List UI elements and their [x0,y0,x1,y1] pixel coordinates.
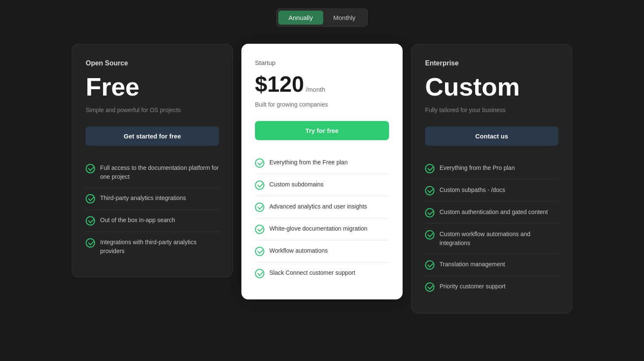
list-item: White-glove documentation migration [255,218,389,240]
list-item: Custom subpaths - /docs [425,180,558,202]
check-icon [86,164,95,173]
startup-price-row: $120 /month [255,71,389,97]
check-icon [86,194,95,203]
enterprise-price: Custom [425,72,558,102]
enterprise-plan-label: Enterprise [425,59,558,67]
check-icon [425,208,434,217]
startup-plan-label: Startup [255,59,389,66]
open-source-cta-button[interactable]: Get started for free [86,127,219,146]
list-item: Out of the box in-app search [86,210,219,232]
check-icon [425,230,434,240]
list-item: Everything from the Free plan [255,152,389,174]
check-icon [255,180,264,190]
list-item: Workflow automations [255,240,389,262]
startup-features-list: Everything from the Free plan Custom sub… [255,152,389,284]
open-source-price: Free [86,72,219,102]
open-source-features-list: Full access to the documentation platfor… [86,158,219,262]
check-icon [86,216,95,226]
check-icon [255,269,264,278]
check-icon [255,225,264,234]
list-item: Slack Connect customer support [255,262,389,284]
check-icon [255,203,264,212]
list-item: Custom subdomains [255,174,389,196]
check-icon [255,247,264,256]
check-icon [425,164,434,173]
enterprise-features-list: Everything from the Pro plan Custom subp… [425,158,558,298]
open-source-plan-label: Open Source [86,59,219,67]
list-item: Translation management [425,254,558,276]
startup-description: Built for growing companies [255,100,389,109]
list-item: Full access to the documentation platfor… [86,158,219,188]
list-item: Third-party analytics integrations [86,188,219,210]
monthly-toggle-btn[interactable]: Monthly [323,11,366,25]
enterprise-cta-button[interactable]: Contact us [425,127,558,146]
open-source-card: Open Source Free Simple and powerful for… [72,44,233,277]
open-source-description: Simple and powerful for OS projects [86,106,219,115]
startup-cta-button[interactable]: Try for free [255,121,389,140]
check-icon [425,260,434,270]
check-icon [425,282,434,292]
billing-toggle: Annually Monthly [276,8,368,27]
startup-price-amount: $120 [255,71,304,97]
list-item: Advanced analytics and user insights [255,196,389,218]
enterprise-card: Enterprise Custom Fully tailored for you… [411,44,572,313]
list-item: Custom workflow automations and integrat… [425,224,558,254]
startup-card: Startup $120 /month Built for growing co… [241,44,403,299]
pricing-container: Open Source Free Simple and powerful for… [34,44,610,313]
check-icon [86,238,95,248]
list-item: Integrations with third-party analytics … [86,232,219,262]
list-item: Everything from the Pro plan [425,158,558,180]
list-item: Priority customer support [425,276,558,298]
startup-price-period: /month [306,86,325,93]
enterprise-description: Fully tailored for your business [425,106,558,115]
check-icon [255,158,264,168]
annually-toggle-btn[interactable]: Annually [278,11,323,25]
check-icon [425,186,434,195]
list-item: Custom authentication and gated content [425,202,558,224]
